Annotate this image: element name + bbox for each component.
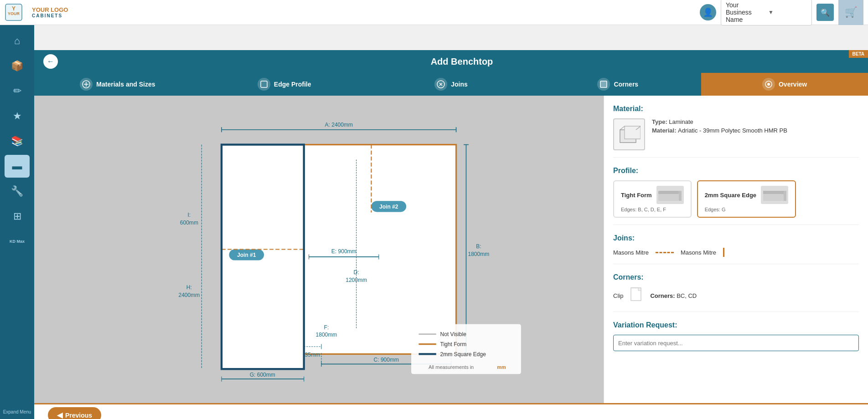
tight-form-image [656,186,684,204]
expand-menu-button[interactable]: Expand Menu [0,409,34,414]
svg-rect-53 [763,191,784,194]
step-joins-label: Joins [451,81,468,88]
benchtop-diagram: A: 2400mm I: 600mm H: 2400mm B: 1800mm [43,105,594,394]
materials-step-icon [80,78,93,91]
profile-cards: Tight Form Edges: B, C, D, E, F [613,180,859,218]
step-edge-label: Edge Profile [274,81,311,88]
pencil-icon: ✏ [13,85,21,97]
logo-subtext: CABINETS [32,13,68,18]
legend-note: All measurements in [429,364,474,370]
svg-point-10 [767,83,770,86]
legend-not-visible: Not Visible [440,331,467,337]
step-overview-label: Overview [779,81,807,88]
sidebar-item-grid[interactable]: ⊞ [5,205,30,228]
prev-arrow-icon: ◀ [57,411,62,419]
dim-g-label: G: 600mm [250,372,275,378]
sidebar-item-home[interactable]: ⌂ [5,30,30,52]
sidebar-item-library[interactable]: 📚 [5,130,30,153]
search-button[interactable]: 🔍 [816,4,834,21]
svg-text:Y: Y [12,5,16,12]
step-edge[interactable]: Edge Profile [201,73,368,96]
joins-title: Joins: [613,234,859,242]
chevron-down-icon: ▼ [768,9,807,15]
step-materials-label: Materials and Sizes [96,81,155,88]
dim-f-value: 1800mm [316,332,337,338]
sidebar: ⌂ 📦 ✏ ★ 📚 ▬ 🔧 ⊞ KD Max Expand Menu [0,25,34,419]
profile-card-square-edge[interactable]: 2mm Square Edge Edges: G [697,180,796,218]
profile-title: Profile: [613,167,859,175]
benchtop-icon: ▬ [12,160,22,172]
sidebar-item-kdmax[interactable]: KD Max [5,230,30,253]
step-materials[interactable]: Materials and Sizes [34,73,201,96]
profile-section: Profile: Tight Form [613,167,859,225]
home-icon: ⌂ [14,35,20,47]
legend-tight-form: Tight Form [440,341,467,347]
join-dashed-line [656,252,674,253]
square-edge-label: 2mm Square Edge [705,192,756,199]
svg-rect-51 [679,191,682,201]
step-corners[interactable]: Corners [534,73,701,96]
right-panel: Material: Type: Laminate [604,96,868,403]
material-type: Type: Laminate [652,118,787,125]
cart-button[interactable]: 🛒 [838,0,863,25]
grid-icon: ⊞ [13,210,21,222]
business-name: Your Business Name [726,1,765,23]
dim-i-label: I: [188,212,191,218]
material-text: Type: Laminate Material: Adriatic - 39mm… [652,118,787,136]
workspace: A: 2400mm I: 600mm H: 2400mm B: 1800mm [34,96,868,403]
join2-label: Join #2 [379,204,398,210]
dim-c-label: C: 900mm [374,357,399,363]
business-selector[interactable]: Your Business Name ▼ [721,0,812,26]
tight-form-edges: Edges: B, C, D, E, F [621,207,684,212]
joins-row: Masons Mitre Masons Mitre [613,248,859,257]
corners-row: Clip Corners: BC, CD [613,287,859,305]
corners-section: Corners: Clip Corners: BC, CD [613,273,859,312]
material-title: Material: [613,105,859,113]
star-icon: ★ [13,110,22,122]
page-header: ← Add Benchtop BETA [34,50,868,73]
user-avatar[interactable]: 👤 [700,4,716,20]
kdmax-icon: KD Max [10,239,25,244]
material-name: Material: Adriatic - 39mm Polytec Smooth… [652,127,787,134]
joins-section: Joins: Masons Mitre Masons Mitre [613,234,859,264]
page-title: Add Benchtop [65,56,859,67]
svg-rect-54 [784,191,786,201]
svg-rect-20 [304,145,456,354]
corners-value-label: Corners: BC, CD [650,292,697,299]
dim-e-label: E: 900mm [331,248,356,255]
logo-icon: YOUR Y [5,3,23,21]
offset-35a: 35mm [305,352,320,358]
step-overview[interactable]: Overview [701,73,868,96]
material-section: Material: Type: Laminate [613,105,859,158]
canvas-area: A: 2400mm I: 600mm H: 2400mm B: 1800mm [34,96,604,403]
join2-type: Masons Mitre [681,249,716,256]
logo-text: YOUR LOGO [32,6,68,13]
square-edge-image [761,186,788,204]
variation-section: Variation Request: [613,321,859,358]
variation-title: Variation Request: [613,321,859,329]
variation-input[interactable] [613,335,859,351]
square-edge-edges: Edges: G [705,207,788,212]
sidebar-item-tools[interactable]: 🔧 [5,180,30,203]
join1-type: Masons Mitre [613,249,649,256]
sidebar-item-products[interactable]: 📦 [5,55,30,77]
legend-mm: mm [497,364,506,370]
svg-text:YOUR: YOUR [8,11,20,16]
dim-b-label: B: [476,243,481,250]
step-joins[interactable]: Joins [368,73,535,96]
material-icon [613,118,645,150]
dim-h-label: H: [186,284,192,291]
beta-badge: BETA [849,50,868,58]
dim-b-value: 1800mm [468,251,489,257]
dim-d-label: D: [354,269,359,276]
footer-nav: ◀ Previous [34,403,868,419]
back-button[interactable]: ← [43,54,58,69]
previous-button[interactable]: ◀ Previous [48,407,101,419]
tools-icon: 🔧 [11,185,23,197]
sidebar-item-benchtop[interactable]: ▬ [5,155,30,178]
profile-card-tight-form[interactable]: Tight Form Edges: B, C, D, E, F [613,180,692,218]
sidebar-item-design[interactable]: ✏ [5,80,30,102]
sidebar-item-favorites[interactable]: ★ [5,105,30,128]
dim-i-value: 600mm [180,220,198,226]
dim-f-label: F: [324,324,329,331]
